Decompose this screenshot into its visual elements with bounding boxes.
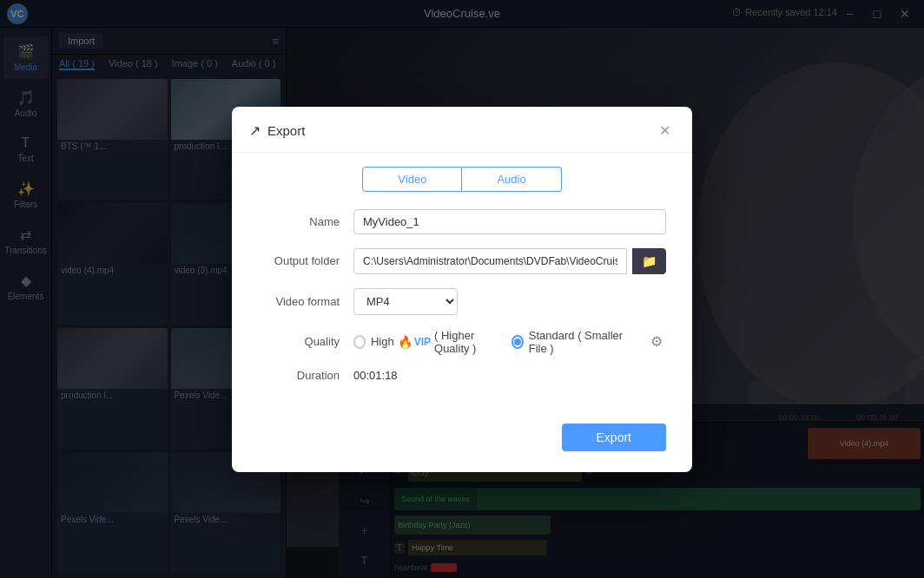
- vip-badge: 🔥 VIP: [398, 335, 431, 349]
- quality-row: Quality High 🔥 VIP (: [258, 329, 666, 355]
- fire-icon: 🔥: [398, 335, 412, 349]
- name-input[interactable]: [353, 209, 666, 234]
- folder-icon: 📁: [642, 254, 657, 268]
- export-icon: ↗: [249, 122, 261, 139]
- dialog-footer: Export: [232, 417, 692, 472]
- dialog-title: ↗ Export: [249, 122, 305, 139]
- output-folder-row: Output folder 📁: [258, 248, 666, 274]
- gear-icon: ⚙: [650, 333, 663, 350]
- dialog-tabs: Video Audio: [232, 153, 692, 199]
- quality-high-radio[interactable]: [353, 335, 366, 349]
- quality-settings-button[interactable]: ⚙: [647, 331, 666, 353]
- video-format-label: Video format: [258, 295, 353, 308]
- tab-audio[interactable]: Audio: [462, 167, 561, 192]
- export-dialog: ↗ Export ✕ Video Audio Name Output folde…: [232, 107, 692, 472]
- dialog-body: Name Output folder 📁 Video format: [232, 199, 692, 417]
- output-folder-input[interactable]: [353, 248, 627, 274]
- duration-row: Duration 00:01:18: [258, 369, 666, 382]
- quality-high-option[interactable]: High 🔥 VIP ( Higher Quality ): [353, 329, 494, 355]
- dialog-header: ↗ Export ✕: [232, 107, 692, 153]
- output-folder-label: Output folder: [258, 254, 353, 267]
- quality-high-label: High 🔥 VIP ( Higher Quality ): [371, 329, 494, 355]
- output-folder-control: 📁: [353, 248, 666, 274]
- quality-standard-option[interactable]: Standard ( Smaller File ): [512, 329, 630, 355]
- quality-standard-radio[interactable]: [512, 335, 524, 349]
- video-format-control: MP4 AVI MOV MKV WMV: [353, 288, 666, 315]
- duration-control: 00:01:18: [353, 369, 666, 382]
- quality-options: High 🔥 VIP ( Higher Quality ): [353, 329, 666, 355]
- duration-label: Duration: [258, 369, 353, 382]
- video-format-row: Video format MP4 AVI MOV MKV WMV: [258, 288, 666, 315]
- tab-video[interactable]: Video: [362, 167, 462, 192]
- quality-standard-label: Standard ( Smaller File ): [529, 329, 630, 355]
- duration-value: 00:01:18: [353, 369, 398, 382]
- name-label: Name: [258, 215, 353, 228]
- vip-text: VIP: [414, 336, 431, 348]
- video-format-select[interactable]: MP4 AVI MOV MKV WMV: [353, 288, 458, 315]
- export-button[interactable]: Export: [562, 424, 666, 451]
- quality-control: High 🔥 VIP ( Higher Quality ): [353, 329, 666, 355]
- name-control: [353, 209, 666, 234]
- name-row: Name: [258, 209, 666, 234]
- browse-folder-button[interactable]: 📁: [632, 248, 666, 274]
- dialog-overlay: ↗ Export ✕ Video Audio Name Output folde…: [0, 0, 924, 578]
- quality-label: Quality: [258, 335, 353, 348]
- dialog-close-button[interactable]: ✕: [654, 121, 675, 141]
